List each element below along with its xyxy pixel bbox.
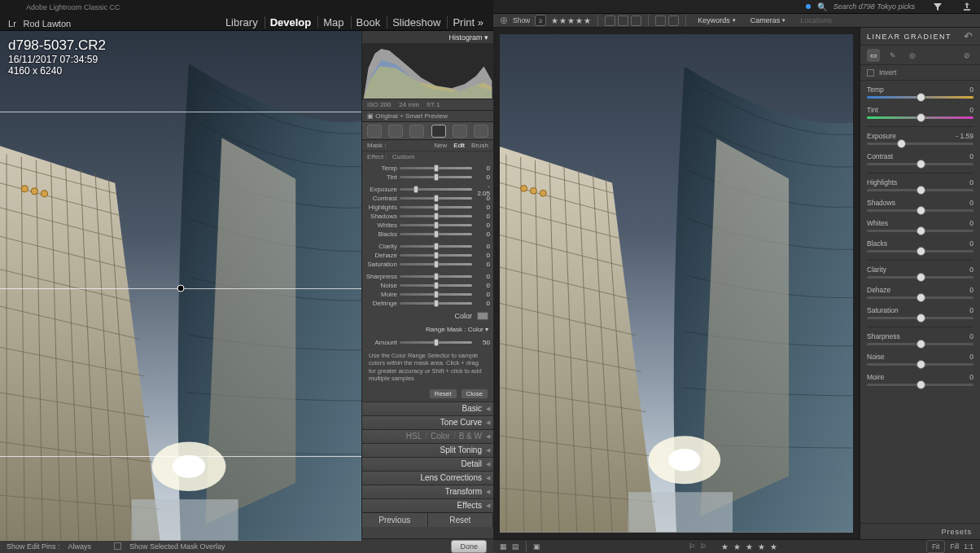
contrast-slider[interactable]: Contrast 0 <box>365 194 490 203</box>
keywords-dropdown[interactable]: Keywords▾ <box>693 15 741 26</box>
linear-gradient-tool-icon[interactable]: ▭ <box>867 49 880 62</box>
radial-tool-icon[interactable] <box>453 125 467 138</box>
grad-tool-icon[interactable] <box>431 125 446 138</box>
moire-slider[interactable]: Moire0 <box>867 373 973 386</box>
search-bar[interactable]: 🔍 Search d798 Tokyo picks <box>500 2 915 11</box>
star-icon[interactable]: ★ <box>567 16 575 25</box>
mask-tab-new[interactable]: New <box>434 142 447 149</box>
star-icon[interactable]: ★ <box>575 16 583 25</box>
clarity-slider[interactable]: Clarity0 <box>867 266 973 279</box>
brush-tool-icon[interactable]: ✎ <box>886 49 899 62</box>
highlights-slider[interactable]: Highlights 0 <box>365 203 490 212</box>
rating-mode-toggle[interactable]: ≥ <box>535 15 546 26</box>
mask-overlay-checkbox[interactable] <box>114 542 121 550</box>
share-icon[interactable] <box>960 0 973 13</box>
fill-button[interactable]: Fill <box>950 542 959 551</box>
back-icon[interactable]: ↶ <box>964 30 974 42</box>
shadows-slider[interactable]: Shadows0 <box>867 199 973 212</box>
flag-reject-bottom-icon[interactable]: ⚐ <box>700 542 707 551</box>
filmstrip-icon[interactable]: ▤ <box>512 542 519 551</box>
previous-button[interactable]: Previous <box>362 513 428 527</box>
loupe-view-icon[interactable]: ▣ <box>533 542 540 551</box>
cc-canvas[interactable] <box>493 28 860 539</box>
whites-slider[interactable]: Whites0 <box>867 219 973 232</box>
sharpness-slider[interactable]: Sharpness 0 <box>365 272 490 281</box>
module-map[interactable]: Map <box>317 16 348 29</box>
crop-tool-icon[interactable] <box>367 125 382 138</box>
panel-transform[interactable]: Transform◀ <box>362 485 493 498</box>
blacks-slider[interactable]: Blacks0 <box>867 239 973 252</box>
star-icon[interactable]: ★ <box>551 16 558 25</box>
moire-slider[interactable]: Moire 0 <box>365 290 490 299</box>
spot-tool-icon[interactable] <box>388 125 403 138</box>
panel-split-toning[interactable]: Split Toning◀ <box>362 443 493 457</box>
module-print[interactable]: Print » <box>447 16 488 29</box>
shadows-slider[interactable]: Shadows 0 <box>365 212 490 221</box>
star-icon[interactable]: ★ <box>758 542 765 551</box>
flag-reject-icon[interactable] <box>631 15 641 26</box>
effect-dropdown[interactable]: Effect :Custom <box>362 151 493 162</box>
whites-slider[interactable]: Whites 0 <box>365 221 490 230</box>
star-icon[interactable]: ★ <box>746 542 753 551</box>
panel-lens-corrections[interactable]: Lens Corrections◀ <box>362 471 493 485</box>
invert-checkbox[interactable] <box>867 69 874 77</box>
star-icon[interactable]: ★ <box>733 542 741 551</box>
star-icon[interactable]: ★ <box>770 542 777 551</box>
range-mask-dropdown[interactable]: Range Mask : Color ▾ <box>362 323 493 336</box>
star-icon[interactable]: ★ <box>584 16 591 25</box>
close-mask-button[interactable]: Close <box>461 388 488 399</box>
invert-row[interactable]: Invert <box>860 65 980 81</box>
contrast-slider[interactable]: Contrast0 <box>867 152 973 165</box>
temp-slider[interactable]: Temp0 <box>867 86 973 99</box>
view-detail-icon[interactable] <box>668 15 679 26</box>
gradient-line-top[interactable] <box>0 112 361 112</box>
defringe-slider[interactable]: Defringe 0 <box>365 299 490 308</box>
temp-slider[interactable]: Temp 0 <box>365 164 490 173</box>
module-develop[interactable]: Develop <box>265 16 317 29</box>
clarity-slider[interactable]: Clarity 0 <box>365 242 490 251</box>
fit-button[interactable]: Fit <box>926 540 945 553</box>
color-swatch[interactable] <box>477 312 488 320</box>
locations-dropdown[interactable]: Locations <box>795 15 837 26</box>
flag-pick-icon[interactable] <box>605 15 615 26</box>
sharpness-slider[interactable]: Sharpness0 <box>867 332 973 345</box>
star-filter[interactable]: ★ ★ ★ ★ ★ <box>551 16 591 25</box>
histogram[interactable] <box>362 44 493 99</box>
edit-pins-dropdown[interactable]: Always <box>68 542 92 551</box>
mask-tab-edit[interactable]: Edit <box>453 142 465 149</box>
reset-mask-button[interactable]: Reset <box>429 388 457 399</box>
one-to-one-button[interactable]: 1:1 <box>964 542 973 551</box>
tint-slider[interactable]: Tint0 <box>867 106 973 119</box>
presets-header[interactable]: Presets <box>860 523 980 539</box>
add-photo-icon[interactable]: ⊕ <box>500 15 508 26</box>
dehaze-slider[interactable]: Dehaze0 <box>867 286 973 299</box>
eye-tool-icon[interactable] <box>409 125 424 138</box>
module-slideshow[interactable]: Slideshow <box>387 16 445 29</box>
reset-all-button[interactable]: Reset <box>428 513 494 527</box>
star-icon[interactable]: ★ <box>721 542 728 551</box>
mask-tab-brush[interactable]: Brush <box>471 142 488 149</box>
flag-unflagged-icon[interactable] <box>618 15 628 26</box>
saturation-slider[interactable]: Saturation 0 <box>365 260 490 269</box>
module-book[interactable]: Book <box>351 16 386 29</box>
module-library[interactable]: Library <box>221 16 263 29</box>
panel-detail[interactable]: Detail◀ <box>362 457 493 471</box>
radial-tool-icon[interactable]: ◎ <box>906 49 919 62</box>
gradient-line-bottom[interactable] <box>0 456 361 457</box>
noise-slider[interactable]: Noise 0 <box>365 281 490 290</box>
grid-view-icon[interactable]: ▦ <box>500 542 507 551</box>
exposure-slider[interactable]: Exposure - 2.05 <box>365 185 490 194</box>
flag-pick-bottom-icon[interactable]: ⚐ <box>689 542 695 551</box>
star-icon[interactable]: ★ <box>559 16 567 25</box>
image-canvas[interactable]: d798-5037.CR2 16/11/2017 07:34:59 4160 x… <box>0 31 361 538</box>
saturation-slider[interactable]: Saturation0 <box>867 306 973 319</box>
panel-hsl-color-b-w[interactable]: HSL/Color/B & W◀ <box>362 429 493 443</box>
gradient-handle[interactable] <box>177 285 185 292</box>
panel-effects[interactable]: Effects◀ <box>362 498 493 512</box>
noise-slider[interactable]: Noise0 <box>867 353 973 366</box>
blacks-slider[interactable]: Blacks 0 <box>365 230 490 239</box>
cameras-dropdown[interactable]: Cameras▾ <box>746 15 791 26</box>
dehaze-slider[interactable]: Dehaze 0 <box>365 251 490 260</box>
done-button[interactable]: Done <box>451 540 487 553</box>
tint-slider[interactable]: Tint 0 <box>365 173 490 182</box>
